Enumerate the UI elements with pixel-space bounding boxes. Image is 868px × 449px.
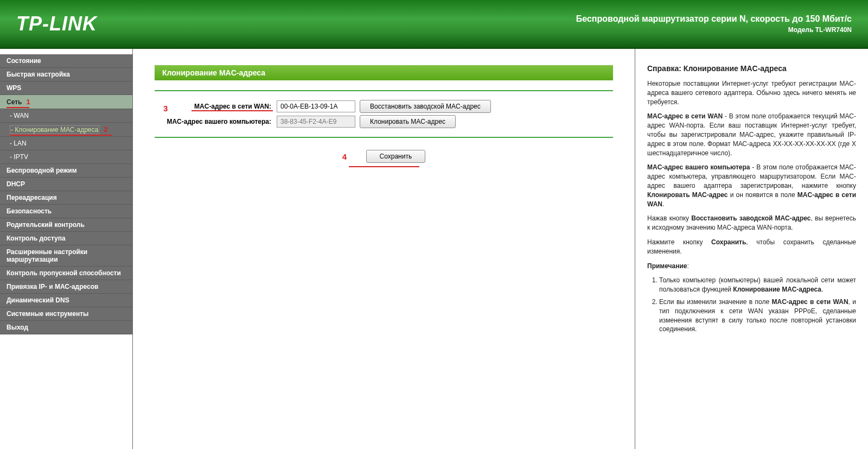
help-notes-list: Только компьютер (компьютеры) вашей лока… <box>659 276 856 334</box>
help-p4: Нажав кнопку Восстановить заводской МАС-… <box>647 214 856 232</box>
sidebar-item-5[interactable]: - Клонирование МАС-адреса2 <box>0 123 132 137</box>
sidebar-item-4[interactable]: - WAN <box>0 109 132 123</box>
help-p3: MAC-адрес вашего компьютера - В этом пол… <box>647 163 856 208</box>
sidebar-item-0[interactable]: Состояние <box>0 54 132 68</box>
sidebar-item-13[interactable]: Контроль доступа <box>0 232 132 245</box>
panel-title: Клонирование MAC-адреса <box>155 65 613 80</box>
restore-factory-mac-button[interactable]: Восстановить заводской MAC-адрес <box>360 100 491 113</box>
help-p2: MAC-адрес в сети WAN - В этом поле отобр… <box>647 112 856 157</box>
help-p1: Некоторые поставщики Интернет-услуг треб… <box>647 79 856 106</box>
help-note-label: Примечание: <box>647 262 856 271</box>
content-panel: Клонирование MAC-адреса 3 MAC-адрес в се… <box>133 49 635 449</box>
help-note-1: Только компьютер (компьютеры) вашей лока… <box>659 276 856 294</box>
header-model: Модель TL-WR740N <box>576 26 852 34</box>
annotation-4: 4 <box>342 152 347 161</box>
sidebar-item-15[interactable]: Контроль пропускной способности <box>0 267 132 280</box>
help-note-2: Если вы изменили значение в поле MAC-адр… <box>659 298 856 334</box>
pc-mac-label: MAC-адрес вашего компьютера: <box>155 118 277 125</box>
logo: TP-LINK <box>16 12 97 35</box>
header-title: Беспроводной маршрутизатор серии N, скор… <box>576 14 852 24</box>
form-row-pc-mac: MAC-адрес вашего компьютера: Клонировать… <box>155 115 613 128</box>
sidebar-item-6[interactable]: - LAN <box>0 137 132 150</box>
sidebar-item-3[interactable]: Сеть1 <box>0 95 132 109</box>
sidebar-item-8[interactable]: Беспроводной режим <box>0 164 132 178</box>
sidebar: СостояниеБыстрая настройкаWPSСеть1- WAN-… <box>0 49 133 449</box>
sidebar-item-17[interactable]: Динамический DNS <box>0 294 132 307</box>
form-row-wan-mac: 3 MAC-адрес в сети WAN: Восстановить зав… <box>155 100 613 113</box>
annotation-2: 2 <box>104 125 107 134</box>
pc-mac-input <box>277 116 355 128</box>
sidebar-item-11[interactable]: Безопасность <box>0 205 132 218</box>
help-panel: Справка: Клонирование MAC-адреса Некотор… <box>635 49 868 449</box>
help-title: Справка: Клонирование MAC-адреса <box>647 64 856 73</box>
annotation-3: 3 <box>163 104 168 113</box>
sidebar-item-2[interactable]: WPS <box>0 81 132 95</box>
sidebar-item-10[interactable]: Переадресация <box>0 191 132 205</box>
sidebar-item-7[interactable]: - IPTV <box>0 150 132 164</box>
save-button[interactable]: Сохранить <box>366 150 426 163</box>
wan-mac-input[interactable] <box>277 100 355 112</box>
sidebar-item-12[interactable]: Родительский контроль <box>0 218 132 232</box>
header-right: Беспроводной маршрутизатор серии N, скор… <box>576 14 852 34</box>
clone-mac-button[interactable]: Клонировать MAC-адрес <box>360 115 456 128</box>
sidebar-item-9[interactable]: DHCP <box>0 178 132 191</box>
sidebar-item-1[interactable]: Быстрая настройка <box>0 68 132 81</box>
header: TP-LINK Беспроводной маршрутизатор серии… <box>0 0 868 49</box>
wan-mac-label: 3 MAC-адрес в сети WAN: <box>155 103 277 110</box>
sidebar-item-18[interactable]: Системные инструменты <box>0 307 132 321</box>
sidebar-item-19[interactable]: Выход <box>0 321 132 334</box>
sidebar-item-14[interactable]: Расширенные настройки маршрутизации <box>0 245 132 267</box>
annotation-1: 1 <box>26 98 30 106</box>
help-p5: Нажмите кнопку Сохранить, чтобы сохранит… <box>647 238 856 256</box>
sidebar-item-16[interactable]: Привязка IP- и МАС-адресов <box>0 280 132 294</box>
